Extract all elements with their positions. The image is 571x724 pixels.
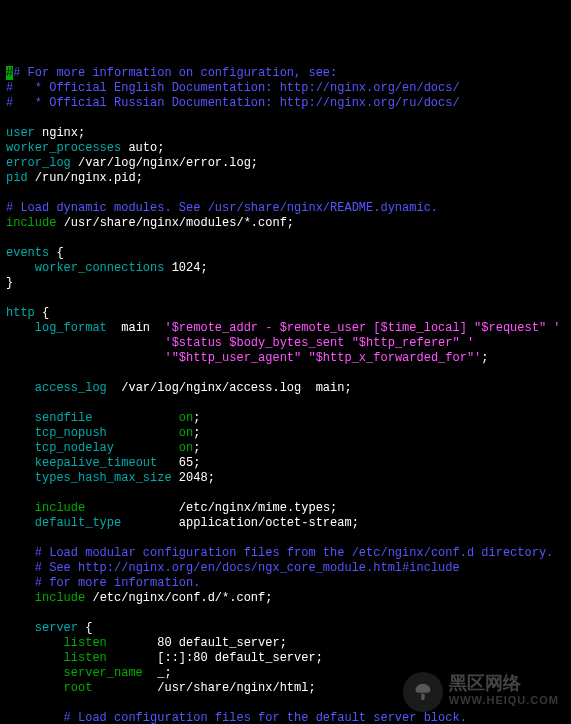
string: '$remote_addr - $remote_user [$time_loca… xyxy=(164,321,560,335)
comment: # Load dynamic modules. See /usr/share/n… xyxy=(6,201,438,215)
comment: # Load modular configuration files from … xyxy=(35,546,553,560)
val: /run/nginx.pid; xyxy=(35,171,143,185)
brace: { xyxy=(56,246,63,260)
directive-pid: pid xyxy=(6,171,28,185)
val: nginx; xyxy=(42,126,85,140)
val: [::]:80 default_server; xyxy=(157,651,323,665)
val: 2048; xyxy=(179,471,215,485)
brace: { xyxy=(85,621,92,635)
directive-tcp-nodelay: tcp_nodelay xyxy=(35,441,114,455)
comment: # See http://nginx.org/en/docs/ngx_core_… xyxy=(35,561,460,575)
comment: # for more information. xyxy=(35,576,201,590)
directive-sendfile: sendfile xyxy=(35,411,93,425)
directive-worker-processes: worker_processes xyxy=(6,141,121,155)
val: ; xyxy=(481,351,488,365)
val: 80 default_server; xyxy=(157,636,287,650)
directive-tcp-nopush: tcp_nopush xyxy=(35,426,107,440)
on: on xyxy=(179,426,193,440)
directive-server-name: server_name xyxy=(64,666,143,680)
editor-content: ## For more information on configuration… xyxy=(6,66,565,724)
block-server: server xyxy=(35,621,78,635)
val: main xyxy=(121,321,150,335)
val: /etc/nginx/conf.d/*.conf; xyxy=(92,591,272,605)
directive-error-log: error_log xyxy=(6,156,71,170)
directive-include: include xyxy=(35,501,85,515)
val: /etc/nginx/mime.types; xyxy=(179,501,337,515)
block-http: http xyxy=(6,306,35,320)
val: /usr/share/nginx/html; xyxy=(157,681,315,695)
block-events: events xyxy=(6,246,49,260)
on: on xyxy=(179,411,193,425)
directive-worker-connections: worker_connections xyxy=(35,261,165,275)
directive-default-type: default_type xyxy=(35,516,121,530)
string: '$status $body_bytes_sent "$http_referer… xyxy=(164,336,474,350)
directive-include: include xyxy=(35,591,85,605)
val: 1024; xyxy=(172,261,208,275)
val: /var/log/nginx/access.log main; xyxy=(121,381,351,395)
brace: { xyxy=(42,306,49,320)
val: auto; xyxy=(128,141,164,155)
val: 65; xyxy=(179,456,201,470)
directive-types-hash-max-size: types_hash_max_size xyxy=(35,471,172,485)
directive-root: root xyxy=(64,681,93,695)
directive-access-log: access_log xyxy=(35,381,107,395)
directive-listen: listen xyxy=(64,651,107,665)
comment: # Load configuration files for the defau… xyxy=(64,711,467,724)
directive-listen: listen xyxy=(64,636,107,650)
val: application/octet-stream; xyxy=(179,516,359,530)
brace: } xyxy=(6,276,13,290)
val: /var/log/nginx/error.log; xyxy=(78,156,258,170)
directive-keepalive-timeout: keepalive_timeout xyxy=(35,456,157,470)
directive-include: include xyxy=(6,216,56,230)
directive-log-format: log_format xyxy=(35,321,107,335)
val: _; xyxy=(157,666,171,680)
comment: # For more information on configuration,… xyxy=(6,66,460,110)
string: '"$http_user_agent" "$http_x_forwarded_f… xyxy=(164,351,481,365)
on: on xyxy=(179,441,193,455)
directive-user: user xyxy=(6,126,35,140)
val: /usr/share/nginx/modules/*.conf; xyxy=(64,216,294,230)
